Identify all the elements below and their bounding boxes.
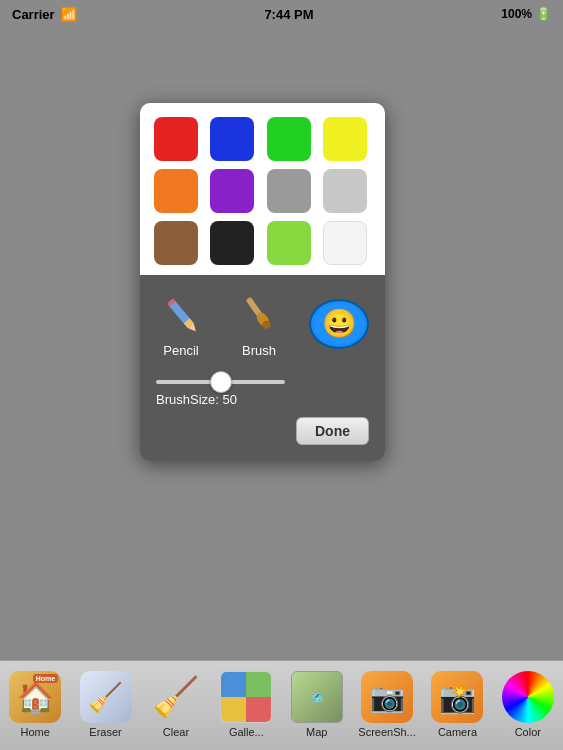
color-swatch-red[interactable]	[154, 117, 198, 161]
done-button[interactable]: Done	[296, 417, 369, 445]
color-swatch-black[interactable]	[210, 221, 254, 265]
toolbar-item-home[interactable]: 🏠 Home Home	[6, 671, 64, 738]
gallery-cell-1	[221, 672, 246, 697]
eraser-icon: 🧹	[80, 671, 132, 723]
color-grid	[154, 117, 371, 265]
color-wheel-icon	[502, 671, 554, 723]
carrier-label: Carrier	[12, 7, 55, 22]
brush-size-slider[interactable]	[156, 380, 285, 384]
bottom-toolbar: 🏠 Home Home 🧹 Eraser 🧹 Clear Galle... 🗺️	[0, 660, 563, 750]
toolbar-item-map[interactable]: 🗺️ Map	[288, 671, 346, 738]
status-bar: Carrier 📶 7:44 PM 100% 🔋	[0, 0, 563, 28]
gallery-cell-2	[246, 672, 271, 697]
toolbar-label-map: Map	[306, 726, 327, 738]
gallery-cell-4	[246, 697, 271, 722]
color-swatch-white[interactable]	[323, 221, 367, 265]
clear-icon: 🧹	[150, 671, 202, 723]
wifi-icon: 📶	[61, 7, 77, 22]
tool-row: Pencil Brush	[156, 289, 369, 358]
color-swatch-yellow[interactable]	[323, 117, 367, 161]
toolbar-label-color: Color	[515, 726, 541, 738]
gallery-icon	[220, 671, 272, 723]
pencil-label: Pencil	[163, 343, 198, 358]
time-label: 7:44 PM	[264, 7, 313, 22]
color-tool-panel: Pencil Brush	[140, 103, 385, 461]
color-swatch-purple[interactable]	[210, 169, 254, 213]
toolbar-item-clear[interactable]: 🧹 Clear	[147, 671, 205, 738]
left-tools: Pencil Brush	[156, 289, 284, 358]
camera-icon: 📸	[431, 671, 483, 723]
toolbar-label-screenshot: ScreenSh...	[358, 726, 415, 738]
battery-info: 100% 🔋	[501, 7, 551, 21]
color-swatch-gray-medium[interactable]	[267, 169, 311, 213]
carrier-info: Carrier 📶	[12, 7, 77, 22]
battery-percent: 100%	[501, 7, 532, 21]
gallery-cell-3	[221, 697, 246, 722]
color-swatch-blue[interactable]	[210, 117, 254, 161]
brush-tool[interactable]: Brush	[234, 289, 284, 358]
color-swatch-brown[interactable]	[154, 221, 198, 265]
toolbar-item-gallery[interactable]: Galle...	[217, 671, 275, 738]
drawing-area[interactable]: Pencil Brush	[0, 28, 563, 660]
color-swatch-lime[interactable]	[267, 221, 311, 265]
home-badge: Home	[33, 674, 58, 683]
toolbar-item-camera[interactable]: 📸 Camera	[428, 671, 486, 738]
home-icon: 🏠 Home	[9, 671, 61, 723]
battery-icon: 🔋	[536, 7, 551, 21]
color-swatch-orange[interactable]	[154, 169, 198, 213]
toolbar-item-color[interactable]: Color	[499, 671, 557, 738]
toolbar-label-clear: Clear	[163, 726, 189, 738]
color-swatch-green[interactable]	[267, 117, 311, 161]
brush-icon	[234, 289, 284, 339]
toolbar-label-gallery: Galle...	[229, 726, 264, 738]
screenshot-icon: 📷	[361, 671, 413, 723]
pencil-tool[interactable]: Pencil	[156, 289, 206, 358]
brush-size-label: BrushSize: 50	[156, 392, 369, 407]
pencil-icon	[156, 289, 206, 339]
toolbar-item-eraser[interactable]: 🧹 Eraser	[77, 671, 135, 738]
toolbar-label-home: Home	[21, 726, 50, 738]
brush-label: Brush	[242, 343, 276, 358]
color-swatch-gray-light[interactable]	[323, 169, 367, 213]
done-button-row: Done	[156, 417, 369, 445]
toolbar-label-eraser: Eraser	[89, 726, 121, 738]
color-section	[140, 103, 385, 275]
toolbar-item-screenshot[interactable]: 📷 ScreenSh...	[358, 671, 416, 738]
toolbar-label-camera: Camera	[438, 726, 477, 738]
brush-emoji	[309, 299, 369, 349]
map-icon: 🗺️	[291, 671, 343, 723]
tool-section: Pencil Brush	[140, 275, 385, 461]
